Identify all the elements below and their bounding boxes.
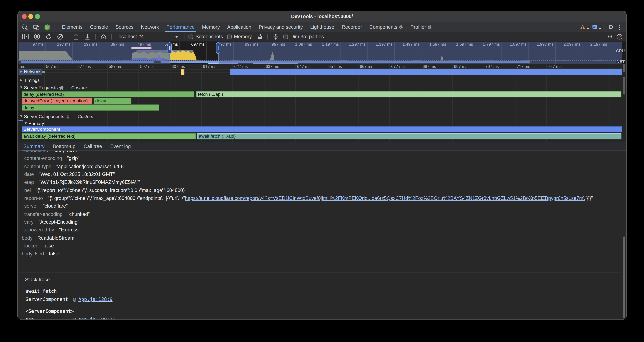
track-label: Server Requests <box>24 85 58 90</box>
flame-event-await-delay-deferred-text[interactable]: await delay (deferred text) <box>22 133 196 139</box>
details-tab-summary[interactable]: Summary <box>19 142 49 151</box>
summary-pane: connection"keep-alive"content-encoding"g… <box>18 151 626 319</box>
property-row[interactable]: nel"{\"report_to\":\"cf-nel\",\"success_… <box>18 187 620 194</box>
track-network[interactable]: ▶ Network <box>20 69 40 74</box>
tab-network[interactable]: Network <box>137 22 163 32</box>
flame-event-delay[interactable]: delay <box>22 104 159 111</box>
frame-source-link[interactable]: App.js:190:16 <box>78 316 115 319</box>
warning-count: 1 <box>587 25 589 30</box>
flame-scrollbar-thumb[interactable] <box>623 64 625 72</box>
collapse-arrow-icon[interactable]: ▼ <box>20 115 22 118</box>
tab-lighthouse[interactable]: Lighthouse <box>306 22 338 32</box>
history-select[interactable]: localhost #4 <box>116 34 180 40</box>
record-and-reload-button[interactable] <box>45 33 52 40</box>
expand-arrow-icon[interactable]: ▶ <box>20 70 22 73</box>
property-row[interactable]: lockedfalse <box>18 242 620 250</box>
track-server-components[interactable]: ▼ Server Components — Custom <box>20 114 93 119</box>
property-row[interactable]: report-to"{\"group\":\"cf-nel\",\"max_ag… <box>18 194 620 202</box>
issues-indicator[interactable]: 1 <box>592 25 601 30</box>
request-queueing-marker[interactable] <box>181 69 184 75</box>
property-key: body <box>22 235 32 241</box>
custom-suffix: — Custom <box>66 85 87 90</box>
property-value: "gzip" <box>67 156 80 161</box>
warnings-indicator[interactable]: 1 <box>580 25 589 30</box>
property-row[interactable]: vary"Accept-Encoding" <box>18 218 620 226</box>
home-icon[interactable] <box>100 33 107 40</box>
toggle-sidebar-icon[interactable] <box>22 33 29 40</box>
collapse-tracks-icon[interactable] <box>272 33 279 40</box>
tab-privacy-and-security[interactable]: Privacy and security <box>255 22 306 32</box>
property-row[interactable]: x-powered-by"Express" <box>18 226 620 234</box>
kebab-menu-icon[interactable]: ⋮ <box>617 24 622 30</box>
property-row[interactable]: date"Wed, 01 Oct 2025 18:32:01 GMT" <box>18 171 620 179</box>
devtools-window: DevTools - localhost:3000/ ElementsConso… <box>18 11 626 319</box>
ruler-tick-label: 587 ms <box>109 64 122 69</box>
flame-event-delayederror-ayed-exception[interactable]: delayedError (...ayed exception) <box>22 98 92 104</box>
tab-components[interactable]: Components <box>366 22 407 32</box>
frame-source-link[interactable]: App.js:128:9 <box>78 296 112 303</box>
property-row[interactable]: server"cloudflare" <box>18 202 620 210</box>
timeline-overview[interactable]: 97 ms197 ms297 ms397 ms497 ms597 ms697 m… <box>18 42 626 64</box>
property-key: server <box>24 203 38 209</box>
tab-application[interactable]: Application <box>224 22 255 32</box>
track-server-requests[interactable]: ▼ Server Requests — Custom <box>20 85 87 90</box>
inspect-element-icon[interactable] <box>22 24 29 31</box>
tab-recorder[interactable]: Recorder <box>338 22 366 32</box>
track-color-chip <box>18 120 23 121</box>
flame-event-fetch-api[interactable]: fetch (.../api) <box>196 91 622 97</box>
flame-event-delay[interactable]: delay <box>94 98 131 104</box>
report-to-url-link[interactable]: https://a.nel.cloudflare.com/report/v4?s… <box>185 195 584 201</box>
tab-elements[interactable]: Elements <box>58 22 86 32</box>
flame-chart[interactable]: ms 567 ms577 ms587 ms597 ms607 ms617 ms6… <box>18 64 626 142</box>
track-timings[interactable]: ▶ Timings <box>20 78 40 83</box>
capture-settings-gear-icon[interactable]: ⚙ <box>607 33 613 40</box>
property-row[interactable]: content-type"application/json; charset=u… <box>18 163 620 171</box>
ruler-tick-label: 577 ms <box>77 64 91 69</box>
window-left-drag-handle[interactable] <box>168 42 172 54</box>
flame-event-delay-deferred-text[interactable]: delay (deferred text) <box>22 91 194 97</box>
clear-button[interactable] <box>56 33 64 40</box>
tab-profiler[interactable]: Profiler <box>407 22 436 32</box>
stack-frame: App@App.js:190:16 <box>26 316 622 319</box>
details-tab-call-tree[interactable]: Call tree <box>80 142 106 151</box>
track-server-components-primary[interactable]: ▼ Primary <box>25 121 44 126</box>
help-icon[interactable]: ? <box>617 34 622 39</box>
tab-sources[interactable]: Sources <box>112 22 137 32</box>
dim-3rd-parties-checkbox[interactable]: Dim 3rd parties <box>283 34 324 40</box>
save-profile-icon[interactable] <box>84 33 91 40</box>
flame-event-servercomponent[interactable]: ServerComponent <box>22 126 622 132</box>
frame-at: @ <box>73 316 76 319</box>
flame-event-await-fetch-api[interactable]: await fetch (.../api) <box>197 133 621 139</box>
tab-console[interactable]: Console <box>86 22 112 32</box>
screenshots-checkbox[interactable]: Screenshots <box>188 34 223 40</box>
settings-gear-icon[interactable]: ⚙ <box>608 24 614 31</box>
device-toolbar-icon[interactable] <box>32 24 40 31</box>
property-row[interactable]: etag"W/\"4b1-RjEJloX9kRinu6F0MAZMmy6E5iA… <box>18 179 620 187</box>
react-atom-icon <box>66 114 70 119</box>
checkbox-label: Memory <box>234 34 252 40</box>
tab-performance[interactable]: Performance <box>163 22 198 32</box>
tab-label: Elements <box>62 24 82 30</box>
window-right-drag-handle[interactable] <box>216 42 220 54</box>
details-tab-event-log[interactable]: Event log <box>106 142 135 151</box>
load-profile-icon[interactable] <box>72 33 80 40</box>
property-row[interactable]: content-encoding"gzip" <box>18 155 620 163</box>
checkbox-label: Screenshots <box>196 34 223 40</box>
collapse-arrow-icon[interactable]: ▼ <box>20 86 22 89</box>
flame-scrollbar-thumb[interactable] <box>623 77 625 95</box>
property-row[interactable]: bodyUsedfalse <box>18 250 620 258</box>
details-scrollbar-thumb[interactable] <box>623 236 625 318</box>
property-row[interactable]: transfer-encoding"chunked" <box>18 210 620 218</box>
property-row[interactable]: bodyReadableStream <box>18 234 620 242</box>
expand-arrow-icon[interactable]: ▶ <box>20 79 22 82</box>
green-hexagon-extension-icon[interactable] <box>44 24 51 31</box>
memory-checkbox[interactable]: Memory <box>227 34 252 40</box>
details-tab-bottom-up[interactable]: Bottom-up <box>49 142 80 151</box>
record-button[interactable] <box>33 33 41 40</box>
property-row[interactable]: connection"keep-alive" <box>18 151 620 155</box>
ruler-tick-label: 727 ms <box>548 64 562 69</box>
tab-memory[interactable]: Memory <box>198 22 224 32</box>
garbage-collect-icon[interactable] <box>256 33 263 40</box>
network-request-bar[interactable] <box>230 69 622 75</box>
collapse-arrow-icon[interactable]: ▼ <box>25 122 27 125</box>
